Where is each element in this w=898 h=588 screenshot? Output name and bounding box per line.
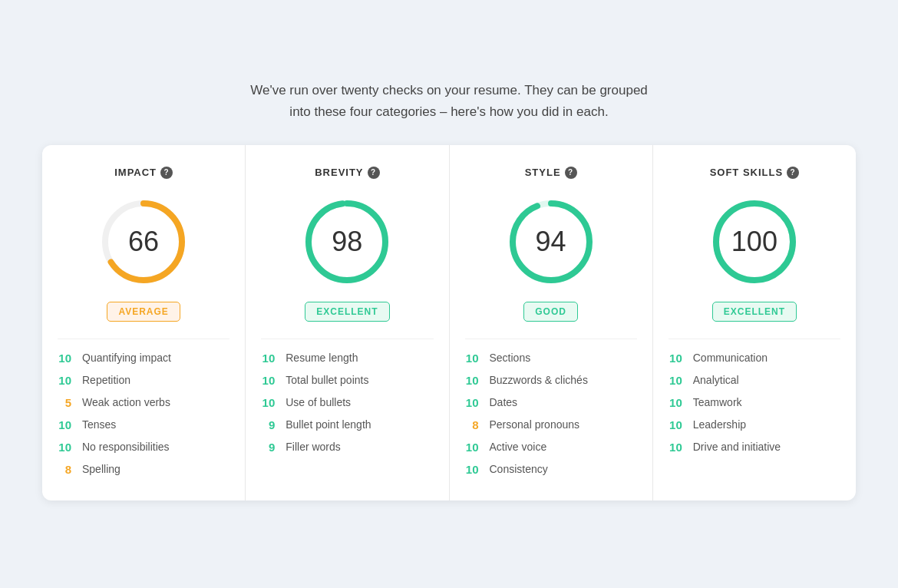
softskills-title: SOFT SKILLS ? xyxy=(710,167,800,179)
impact-score-item-0: 10Quantifying impact xyxy=(58,352,229,365)
impact-item-score-1: 10 xyxy=(58,374,71,387)
style-divider xyxy=(465,339,637,339)
style-score-item-4: 10Active voice xyxy=(465,441,637,454)
softskills-item-label-3: Leadership xyxy=(693,418,746,431)
style-score-item-5: 10Consistency xyxy=(465,463,637,476)
impact-score-list: 10Quantifying impact10Repetition5Weak ac… xyxy=(58,352,229,476)
style-item-score-5: 10 xyxy=(465,463,479,476)
softskills-score-item-0: 10Communication xyxy=(669,352,840,365)
softskills-score-item-3: 10Leadership xyxy=(669,418,840,431)
impact-score-item-3: 10Tenses xyxy=(58,418,229,431)
impact-title: IMPACT ? xyxy=(114,167,173,179)
brevity-item-score-1: 10 xyxy=(261,374,275,387)
softskills-divider xyxy=(669,339,840,339)
softskills-item-score-4: 10 xyxy=(669,441,682,454)
softskills-score-list: 10Communication10Analytical10Teamwork10L… xyxy=(669,352,840,454)
softskills-circle: 100 xyxy=(708,196,801,288)
softskills-item-label-1: Analytical xyxy=(693,374,739,386)
header-line2: into these four categories – here's how … xyxy=(42,101,856,122)
cards-container: IMPACT ? 66 AVERAGE10Quantifying impact1… xyxy=(42,145,856,500)
card-brevity: BREVITY ? 98 EXCELLENT10Resume length10T… xyxy=(246,145,449,500)
style-item-label-1: Buzzwords & clichés xyxy=(490,374,588,386)
style-score-item-2: 10Dates xyxy=(465,396,637,409)
style-item-score-0: 10 xyxy=(465,352,479,365)
softskills-score-item-2: 10Teamwork xyxy=(669,396,840,409)
style-item-score-3: 8 xyxy=(465,418,479,431)
softskills-item-score-2: 10 xyxy=(669,396,682,409)
brevity-score-list: 10Resume length10Total bullet points10Us… xyxy=(261,352,433,454)
style-score-item-1: 10Buzzwords & clichés xyxy=(465,374,637,387)
brevity-badge: EXCELLENT xyxy=(305,302,389,322)
impact-item-score-3: 10 xyxy=(58,418,71,431)
style-item-label-5: Consistency xyxy=(490,463,548,475)
impact-item-score-5: 8 xyxy=(58,463,71,476)
impact-divider xyxy=(58,339,229,339)
brevity-score-item-3: 9Bullet point length xyxy=(261,418,433,431)
softskills-item-label-0: Communication xyxy=(693,352,768,364)
brevity-score-value: 98 xyxy=(332,226,362,258)
softskills-score-value: 100 xyxy=(731,226,777,258)
brevity-score-item-2: 10Use of bullets xyxy=(261,396,433,409)
softskills-score-item-1: 10Analytical xyxy=(669,374,840,387)
brevity-item-label-0: Resume length xyxy=(286,352,358,364)
style-badge: GOOD xyxy=(523,302,578,322)
softskills-item-label-2: Teamwork xyxy=(693,396,742,408)
softskills-badge: EXCELLENT xyxy=(712,302,797,322)
impact-score-value: 66 xyxy=(128,226,159,258)
header-description: We've run over twenty checks on your res… xyxy=(42,80,856,121)
style-item-label-3: Personal pronouns xyxy=(490,418,580,431)
impact-help-icon[interactable]: ? xyxy=(160,167,173,179)
card-style: STYLE ? 94 GOOD10Sections10Buzzwords & c… xyxy=(450,145,653,500)
impact-badge: AVERAGE xyxy=(107,302,180,322)
style-item-score-2: 10 xyxy=(465,396,479,409)
impact-circle: 66 xyxy=(97,196,190,288)
brevity-divider xyxy=(261,339,433,339)
impact-item-label-3: Tenses xyxy=(82,418,116,431)
brevity-circle: 98 xyxy=(301,196,393,288)
softskills-item-score-3: 10 xyxy=(669,418,682,431)
brevity-item-score-4: 9 xyxy=(261,441,275,454)
brevity-title: BREVITY ? xyxy=(315,167,379,179)
card-impact: IMPACT ? 66 AVERAGE10Quantifying impact1… xyxy=(42,145,246,500)
impact-score-item-1: 10Repetition xyxy=(58,374,229,387)
style-score-list: 10Sections10Buzzwords & clichés10Dates8P… xyxy=(465,352,637,476)
page-container: We've run over twenty checks on your res… xyxy=(27,57,871,530)
impact-item-label-0: Quantifying impact xyxy=(82,352,171,364)
impact-item-label-1: Repetition xyxy=(82,374,130,386)
brevity-help-icon[interactable]: ? xyxy=(368,167,380,179)
brevity-item-score-3: 9 xyxy=(261,418,275,431)
softskills-help-icon[interactable]: ? xyxy=(787,167,799,179)
brevity-item-label-1: Total bullet points xyxy=(286,374,368,386)
brevity-item-score-0: 10 xyxy=(261,352,275,365)
style-circle: 94 xyxy=(505,196,597,288)
brevity-score-item-1: 10Total bullet points xyxy=(261,374,433,387)
impact-item-label-4: No responsibilities xyxy=(82,441,170,453)
softskills-item-score-0: 10 xyxy=(669,352,682,365)
style-item-score-1: 10 xyxy=(465,374,479,387)
style-score-item-0: 10Sections xyxy=(465,352,637,365)
style-item-label-4: Active voice xyxy=(490,441,547,453)
impact-item-score-4: 10 xyxy=(58,441,71,454)
brevity-item-label-2: Use of bullets xyxy=(286,396,351,408)
style-item-label-2: Dates xyxy=(490,396,518,408)
impact-score-item-5: 8Spelling xyxy=(58,463,229,476)
softskills-score-item-4: 10Drive and initiative xyxy=(669,441,840,454)
style-score-item-3: 8Personal pronouns xyxy=(465,418,637,431)
brevity-score-item-0: 10Resume length xyxy=(261,352,433,365)
impact-item-label-2: Weak action verbs xyxy=(82,396,170,408)
impact-score-item-4: 10No responsibilities xyxy=(58,441,229,454)
style-item-label-0: Sections xyxy=(490,352,531,364)
impact-score-item-2: 5Weak action verbs xyxy=(58,396,229,409)
brevity-item-label-3: Bullet point length xyxy=(286,418,371,431)
impact-item-score-2: 5 xyxy=(58,396,71,409)
brevity-score-item-4: 9Filler words xyxy=(261,441,433,454)
softskills-item-score-1: 10 xyxy=(669,374,682,387)
style-item-score-4: 10 xyxy=(465,441,479,454)
style-title: STYLE ? xyxy=(525,167,577,179)
card-softskills: SOFT SKILLS ? 100 EXCELLENT10Communicati… xyxy=(653,145,856,500)
style-score-value: 94 xyxy=(536,226,566,258)
style-help-icon[interactable]: ? xyxy=(565,167,577,179)
header-line1: We've run over twenty checks on your res… xyxy=(42,80,856,101)
impact-item-label-5: Spelling xyxy=(82,463,121,475)
softskills-item-label-4: Drive and initiative xyxy=(693,441,781,453)
